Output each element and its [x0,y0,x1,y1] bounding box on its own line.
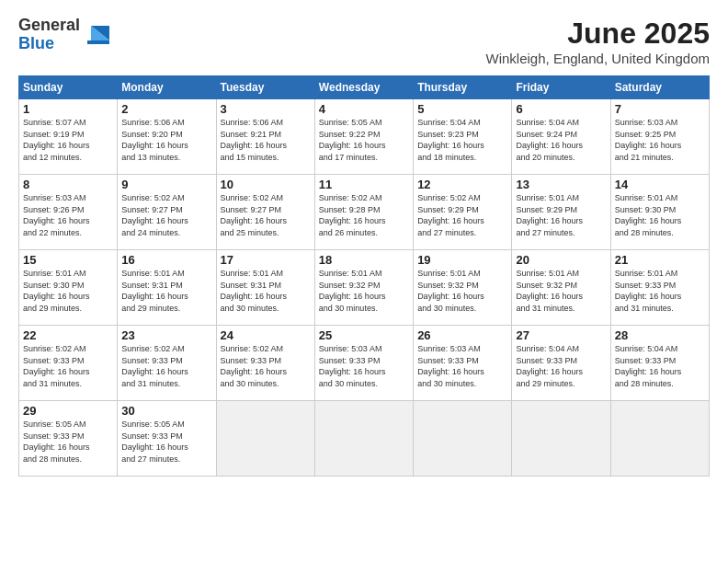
day-number: 29 [23,404,113,418]
day-number: 25 [319,328,409,342]
calendar-week-row: 29 Sunrise: 5:05 AMSunset: 9:33 PMDaylig… [19,401,710,477]
day-info: Sunrise: 5:04 AMSunset: 9:33 PMDaylight:… [516,343,606,389]
day-number: 5 [417,102,507,116]
table-row: 15 Sunrise: 5:01 AMSunset: 9:30 PMDaylig… [19,250,118,326]
day-number: 9 [121,178,211,191]
page: General Blue June 2025 Winkleigh, Englan… [0,0,728,486]
title-block: June 2025 Winkleigh, England, United Kin… [486,17,710,66]
day-number: 30 [121,404,211,418]
day-info: Sunrise: 5:01 AMSunset: 9:30 PMDaylight:… [615,192,705,238]
day-number: 11 [319,178,409,191]
header-monday: Monday [118,76,216,99]
day-info: Sunrise: 5:05 AMSunset: 9:22 PMDaylight:… [319,117,409,163]
day-info: Sunrise: 5:02 AMSunset: 9:29 PMDaylight:… [417,192,507,238]
day-number: 22 [23,328,113,342]
day-number: 23 [121,328,211,342]
day-info: Sunrise: 5:07 AMSunset: 9:19 PMDaylight:… [23,117,113,163]
day-number: 28 [615,328,705,342]
calendar-header-row: Sunday Monday Tuesday Wednesday Thursday… [19,76,710,99]
table-row: 1 Sunrise: 5:07 AMSunset: 9:19 PMDayligh… [19,99,118,175]
calendar-week-row: 15 Sunrise: 5:01 AMSunset: 9:30 PMDaylig… [19,250,710,326]
table-row: 18 Sunrise: 5:01 AMSunset: 9:32 PMDaylig… [314,250,413,326]
table-row: 7 Sunrise: 5:03 AMSunset: 9:25 PMDayligh… [610,99,709,175]
day-info: Sunrise: 5:03 AMSunset: 9:33 PMDaylight:… [417,343,507,389]
table-row: 8 Sunrise: 5:03 AMSunset: 9:26 PMDayligh… [19,175,118,250]
day-number: 27 [516,328,606,342]
table-row [610,401,709,477]
table-row: 6 Sunrise: 5:04 AMSunset: 9:24 PMDayligh… [512,99,610,175]
day-info: Sunrise: 5:01 AMSunset: 9:32 PMDaylight:… [319,268,409,314]
logo-general-text: General [18,16,80,34]
day-info: Sunrise: 5:04 AMSunset: 9:33 PMDaylight:… [615,343,705,389]
table-row: 27 Sunrise: 5:04 AMSunset: 9:33 PMDaylig… [512,326,610,401]
table-row: 24 Sunrise: 5:02 AMSunset: 9:33 PMDaylig… [216,326,314,401]
day-number: 21 [615,253,705,267]
day-info: Sunrise: 5:02 AMSunset: 9:33 PMDaylight:… [221,343,311,389]
table-row: 12 Sunrise: 5:02 AMSunset: 9:29 PMDaylig… [414,175,512,250]
day-number: 8 [23,178,113,191]
table-row [216,401,314,477]
table-row: 30 Sunrise: 5:05 AMSunset: 9:33 PMDaylig… [118,401,216,477]
day-number: 2 [121,102,211,116]
table-row: 4 Sunrise: 5:05 AMSunset: 9:22 PMDayligh… [314,99,413,175]
day-info: Sunrise: 5:01 AMSunset: 9:30 PMDaylight:… [23,268,113,314]
day-info: Sunrise: 5:01 AMSunset: 9:29 PMDaylight:… [516,192,606,238]
day-number: 24 [221,328,311,342]
header-thursday: Thursday [414,76,512,99]
table-row: 10 Sunrise: 5:02 AMSunset: 9:27 PMDaylig… [216,175,314,250]
day-number: 6 [516,102,606,116]
table-row: 5 Sunrise: 5:04 AMSunset: 9:23 PMDayligh… [414,99,512,175]
header-saturday: Saturday [610,76,709,99]
day-info: Sunrise: 5:02 AMSunset: 9:28 PMDaylight:… [319,192,409,238]
day-number: 13 [516,178,606,191]
day-info: Sunrise: 5:01 AMSunset: 9:32 PMDaylight:… [516,268,606,314]
day-info: Sunrise: 5:03 AMSunset: 9:25 PMDaylight:… [615,117,705,163]
day-number: 14 [615,178,705,191]
header-tuesday: Tuesday [216,76,314,99]
day-number: 19 [417,253,507,267]
day-info: Sunrise: 5:02 AMSunset: 9:33 PMDaylight:… [23,343,113,389]
calendar-week-row: 22 Sunrise: 5:02 AMSunset: 9:33 PMDaylig… [19,326,710,401]
day-info: Sunrise: 5:01 AMSunset: 9:33 PMDaylight:… [615,268,705,314]
header-sunday: Sunday [19,76,118,99]
table-row: 22 Sunrise: 5:02 AMSunset: 9:33 PMDaylig… [19,326,118,401]
day-info: Sunrise: 5:02 AMSunset: 9:27 PMDaylight:… [221,192,311,238]
table-row: 13 Sunrise: 5:01 AMSunset: 9:29 PMDaylig… [512,175,610,250]
table-row: 21 Sunrise: 5:01 AMSunset: 9:33 PMDaylig… [610,250,709,326]
table-row [314,401,413,477]
logo-blue-text: Blue [18,34,54,52]
day-number: 18 [319,253,409,267]
day-info: Sunrise: 5:06 AMSunset: 9:21 PMDaylight:… [221,117,311,163]
table-row: 29 Sunrise: 5:05 AMSunset: 9:33 PMDaylig… [19,401,118,477]
day-info: Sunrise: 5:04 AMSunset: 9:24 PMDaylight:… [516,117,606,163]
day-number: 3 [221,102,311,116]
day-number: 4 [319,102,409,116]
day-info: Sunrise: 5:03 AMSunset: 9:26 PMDaylight:… [23,192,113,238]
day-number: 15 [23,253,113,267]
day-info: Sunrise: 5:04 AMSunset: 9:23 PMDaylight:… [417,117,507,163]
day-info: Sunrise: 5:03 AMSunset: 9:33 PMDaylight:… [319,343,409,389]
table-row: 25 Sunrise: 5:03 AMSunset: 9:33 PMDaylig… [314,326,413,401]
day-number: 26 [417,328,507,342]
location-title: Winkleigh, England, United Kingdom [486,51,710,66]
day-info: Sunrise: 5:02 AMSunset: 9:27 PMDaylight:… [121,192,211,238]
table-row: 16 Sunrise: 5:01 AMSunset: 9:31 PMDaylig… [118,250,216,326]
day-number: 16 [121,253,211,267]
day-number: 20 [516,253,606,267]
table-row [414,401,512,477]
header-friday: Friday [512,76,610,99]
day-info: Sunrise: 5:06 AMSunset: 9:20 PMDaylight:… [121,117,211,163]
calendar-week-row: 1 Sunrise: 5:07 AMSunset: 9:19 PMDayligh… [19,99,710,175]
day-info: Sunrise: 5:01 AMSunset: 9:32 PMDaylight:… [417,268,507,314]
table-row: 11 Sunrise: 5:02 AMSunset: 9:28 PMDaylig… [314,175,413,250]
day-number: 10 [221,178,311,191]
day-number: 1 [23,102,113,116]
svg-rect-2 [87,40,109,44]
table-row: 23 Sunrise: 5:02 AMSunset: 9:33 PMDaylig… [118,326,216,401]
day-number: 7 [615,102,705,116]
day-info: Sunrise: 5:02 AMSunset: 9:33 PMDaylight:… [121,343,211,389]
table-row: 3 Sunrise: 5:06 AMSunset: 9:21 PMDayligh… [216,99,314,175]
table-row: 26 Sunrise: 5:03 AMSunset: 9:33 PMDaylig… [414,326,512,401]
table-row: 14 Sunrise: 5:01 AMSunset: 9:30 PMDaylig… [610,175,709,250]
header-wednesday: Wednesday [314,76,413,99]
